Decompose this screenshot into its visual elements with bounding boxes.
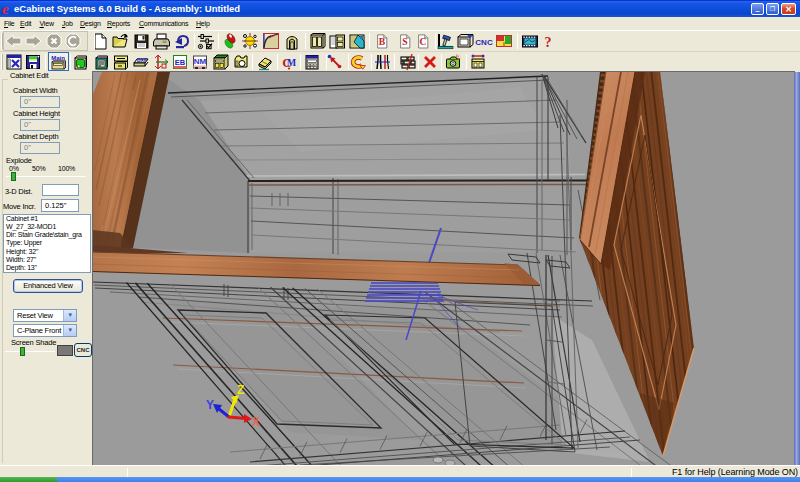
svg-text:Z: Z [237,383,244,397]
svg-text:Y: Y [206,398,214,412]
svg-text:X: X [252,415,260,429]
